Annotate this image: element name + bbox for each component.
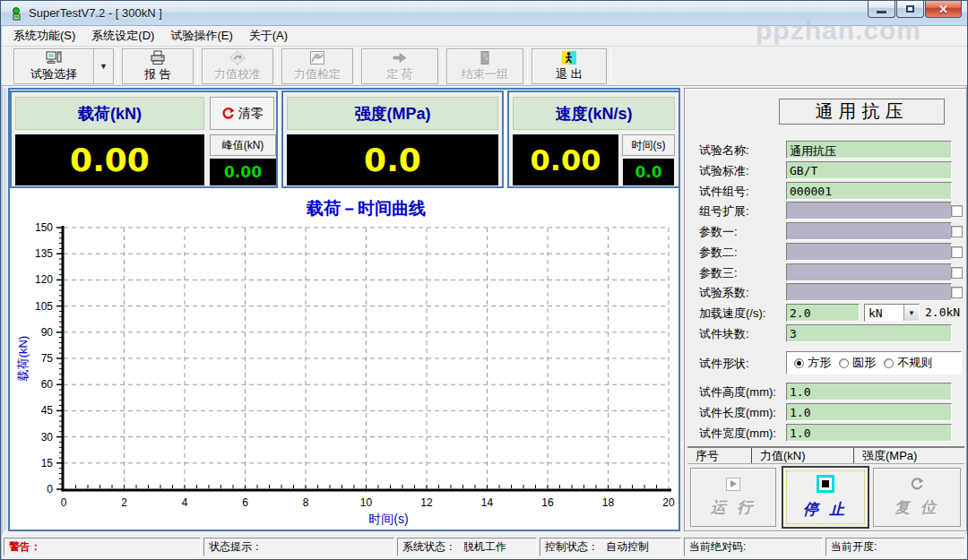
unit-select[interactable]: kN▼ [864,304,920,322]
stop-button[interactable]: 停 止 [782,466,869,529]
toolbar-button-3[interactable]: 力值检定 [281,48,353,84]
svg-text:14: 14 [481,496,494,509]
field-input-5[interactable] [786,243,952,261]
parameter-panel: 通用抗压 试验名称:通用抗压试验标准:GB/T试件组号:000001组号扩展:参… [684,88,967,531]
table-header-0: 序号 [687,448,752,463]
close-button[interactable]: ✕ [925,1,962,18]
toolbar-button-label: 结束一组 [462,66,508,82]
dim-row-0: 试件高度(mm):1.0 [699,383,963,401]
time-value-display: 0.0 [623,159,674,185]
peak-value-display: 0.00 [210,159,276,185]
field-input-0[interactable]: 通用抗压 [786,141,952,159]
toolbar-separator [197,49,198,83]
close-icon: ✕ [938,4,948,15]
menu-item-3[interactable]: 关于(A) [241,25,296,47]
resolved-speed-label: 2.0kN [925,306,960,319]
specimen-count-row-label: 试件块数: [699,326,749,342]
strength-value-display: 0.0 [287,134,498,185]
chevron-down-icon[interactable]: ▼ [903,305,919,321]
svg-text:时间(s): 时间(s) [368,512,408,526]
clear-zero-button[interactable]: 清零 [210,97,274,130]
maximize-button[interactable] [896,1,924,18]
speed-title: 速度(kN/s) [513,97,675,130]
toolbar-button-4[interactable]: 定 荷 [361,48,438,84]
svg-text:150: 150 [35,221,53,234]
svg-text:16: 16 [541,496,554,509]
shape-radio-2[interactable]: 不规则 [884,355,932,371]
toolbar-button-label: 定 荷 [386,66,413,82]
field-checkbox-7[interactable] [951,287,963,298]
toolbar-button-1[interactable]: 报 告 [122,48,194,84]
field-row-7: 试验系数: [699,283,963,301]
load-speed-input[interactable]: 2.0 [786,304,860,322]
field-input-4[interactable] [786,222,952,240]
field-checkbox-3[interactable] [951,205,963,217]
reset-button[interactable]: 复 位 [873,468,961,527]
dim-input-2[interactable]: 1.0 [786,424,952,442]
field-row-2: 试件组号:000001 [699,182,963,200]
field-row-4: 参数一: [699,222,963,240]
field-input-3[interactable] [786,202,952,220]
svg-text:载荷(kN): 载荷(kN) [16,336,30,382]
shape-radio-1[interactable]: 圆形 [839,355,876,371]
table-header-2: 强度(MPa) [854,448,963,463]
svg-text:15: 15 [41,457,54,470]
dim-row-1: 试件长度(mm):1.0 [699,403,963,421]
status-label: 系统状态： [402,539,456,555]
field-input-2[interactable]: 000001 [786,182,952,200]
status-label: 警告： [9,539,41,555]
field-row-1-label: 试验标准: [699,163,749,179]
load-value-display: 0.00 [15,134,204,185]
specimen-count-input[interactable]: 3 [786,324,952,342]
toolbar-separator [277,49,278,83]
minimize-button[interactable] [868,1,895,18]
toolbar-separator [442,49,443,83]
app-icon [9,6,23,21]
status-segment-1: 状态提示： [203,538,394,556]
shape-radio-label: 圆形 [852,355,876,371]
dropdown-arrow-icon[interactable]: ▼ [94,48,114,84]
field-row-5: 参数二: [699,243,963,261]
toolbar-button-label: 力值校准 [214,66,261,82]
toolbar-button-0[interactable]: 试验选择 [13,48,94,84]
dim-input-1[interactable]: 1.0 [786,403,952,421]
menu-item-1[interactable]: 系统设定(D) [83,25,162,47]
toolbar-button-label: 报 告 [144,66,171,82]
svg-text:105: 105 [35,300,53,313]
field-checkbox-6[interactable] [951,267,963,279]
stop-icon [817,475,834,493]
field-row-2-label: 试件组号: [699,184,749,200]
strength-title: 强度(MPa) [287,97,498,130]
field-input-7[interactable] [786,283,952,301]
svg-text:10: 10 [360,496,373,509]
load-time-chart: 0153045607590105120135150024681012141618… [12,193,678,530]
svg-text:4: 4 [182,496,188,509]
menu-item-0[interactable]: 系统功能(S) [5,25,83,47]
clear-zero-label: 清零 [238,106,264,122]
minimize-icon [877,11,886,13]
radio-dot-icon [884,358,894,368]
field-checkbox-4[interactable] [951,226,963,237]
field-input-6[interactable] [786,263,952,281]
shape-radio-0[interactable]: 方形 [794,355,831,371]
run-icon [726,478,740,491]
field-input-1[interactable]: GB/T [786,161,952,179]
toolbar-button-2[interactable]: 力值校准 [202,48,273,84]
menu-item-2[interactable]: 试验操作(E) [162,25,240,47]
dim-input-0[interactable]: 1.0 [786,383,952,401]
svg-text:12: 12 [420,496,433,509]
run-button[interactable]: 运 行 [690,468,776,527]
svg-text:60: 60 [41,378,54,391]
field-checkbox-5[interactable] [951,246,963,258]
field-row-4-label: 参数一: [699,224,738,240]
status-label: 状态提示： [209,539,263,555]
toolbar-button-6[interactable]: 退 出 [532,48,607,84]
status-segment-2: 系统状态：脱机工作 [397,538,537,556]
toolbar-button-5[interactable]: 结束一组 [446,48,523,84]
reset-icon [910,477,924,491]
status-segment-4: 当前绝对码: [684,538,823,556]
toolbar-separator [527,49,528,83]
time-label: 时间(s) [622,134,675,156]
result-table-header: 序号力值(kN)强度(MPa) [687,446,964,464]
run-label: 运 行 [711,497,756,518]
